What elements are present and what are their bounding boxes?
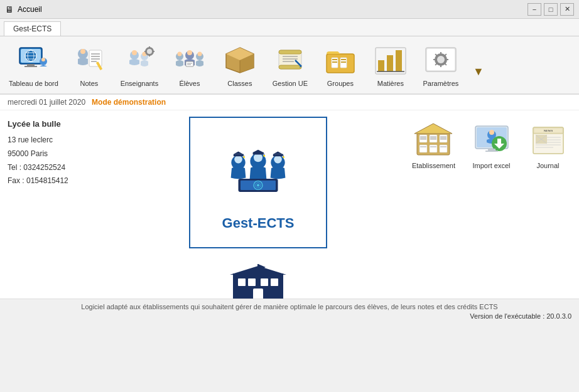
footer-description: Logiciel adapté aux établissements qui s…: [8, 303, 571, 310]
toolbar: Tableau de bord Notes: [0, 36, 579, 95]
toolbar-expand-arrow[interactable]: ▼: [469, 65, 488, 90]
etablissement-icon-item[interactable]: Etablissement: [409, 117, 458, 172]
enseignants-label: Enseignants: [121, 80, 159, 87]
right-panel: Etablissement: [396, 117, 571, 317]
toolbar-notes[interactable]: Notes: [67, 40, 111, 90]
svg-rect-53: [332, 59, 337, 60]
import-excel-icon-item[interactable]: Import excel: [468, 117, 515, 172]
classes-icon: [222, 43, 257, 78]
title-bar-text: Accueil: [18, 5, 42, 14]
svg-point-30: [177, 52, 181, 56]
svg-rect-101: [238, 278, 246, 286]
groupes-label: Groupes: [327, 80, 354, 87]
logo-title: Gest-ECTS: [222, 215, 295, 231]
svg-rect-108: [430, 135, 437, 142]
toolbar-classes[interactable]: Classes: [218, 40, 262, 90]
svg-point-34: [197, 52, 202, 56]
toolbar-eleves[interactable]: Élèves: [168, 40, 212, 90]
logo-box: Gest-ECTS: [189, 117, 327, 248]
tab-gest-ects[interactable]: Gest-ECTS: [4, 21, 61, 36]
etablissement-icon: [413, 120, 453, 160]
app-icon: 🖥: [5, 4, 14, 14]
demo-mode-text: Mode démonstration: [92, 98, 166, 107]
svg-point-32: [187, 50, 192, 55]
classes-label: Classes: [227, 80, 252, 87]
svg-rect-68: [433, 59, 436, 60]
toolbar-parametres[interactable]: Paramètres: [419, 40, 463, 90]
svg-rect-119: [419, 145, 427, 152]
school-info: Lycée la bulle 13 rue leclerc 95000 Pari…: [8, 117, 121, 188]
matieres-label: Matières: [377, 80, 404, 87]
svg-rect-3: [24, 66, 37, 67]
journal-icon-item[interactable]: NEWS Journal: [524, 117, 571, 172]
svg-rect-59: [396, 50, 402, 72]
svg-marker-83: [253, 150, 264, 152]
school-tel: Tel : 0324252524: [8, 161, 121, 175]
svg-point-96: [257, 184, 259, 186]
svg-point-87: [274, 156, 282, 164]
parametres-label: Paramètres: [423, 80, 458, 87]
tableau-de-bord-icon: [16, 43, 51, 78]
toolbar-gestion-ue[interactable]: Gestion UE: [268, 40, 312, 90]
school-fax: Fax : 0154815412: [8, 174, 121, 188]
eleves-icon: [172, 43, 207, 78]
svg-rect-82: [253, 152, 264, 155]
svg-rect-102: [248, 278, 256, 286]
svg-point-85: [263, 155, 265, 157]
etablissement-label: Etablissement: [412, 162, 455, 169]
svg-rect-109: [440, 135, 447, 142]
svg-line-84: [263, 152, 264, 156]
svg-rect-13: [89, 50, 102, 66]
import-excel-label: Import excel: [473, 162, 511, 169]
groupes-icon: [323, 43, 358, 78]
svg-rect-55: [341, 59, 346, 60]
toolbar-enseignants[interactable]: Enseignants: [117, 40, 161, 90]
eleves-label: Élèves: [179, 80, 200, 87]
svg-point-24: [147, 49, 152, 54]
svg-rect-134: [485, 151, 498, 152]
svg-point-20: [132, 50, 137, 55]
toolbar-groupes[interactable]: Groupes: [318, 40, 362, 90]
svg-rect-132: [497, 139, 501, 145]
svg-rect-67: [440, 64, 441, 67]
notes-icon: [72, 43, 107, 78]
svg-rect-76: [234, 154, 243, 157]
close-button[interactable]: ✕: [560, 3, 574, 16]
svg-point-75: [234, 156, 242, 164]
svg-rect-57: [378, 60, 384, 72]
date-text: mercredi 01 juillet 2020: [8, 98, 85, 107]
maximize-button[interactable]: □: [544, 3, 558, 16]
window-controls: − □ ✕: [528, 3, 574, 16]
svg-rect-66: [440, 52, 441, 55]
school-name: Lycée la bulle: [8, 117, 121, 131]
svg-point-12: [80, 49, 85, 54]
title-bar: 🖥 Accueil − □ ✕: [0, 0, 579, 19]
gestion-ue-icon: [273, 43, 308, 78]
svg-rect-104: [271, 278, 278, 286]
journal-label: Journal: [536, 162, 559, 169]
date-bar: mercredi 01 juillet 2020 Mode démonstrat…: [0, 95, 579, 110]
toolbar-tableau-de-bord[interactable]: Tableau de bord: [6, 40, 61, 90]
svg-rect-27: [144, 51, 147, 52]
tab-bar: Gest-ECTS: [0, 19, 579, 36]
svg-marker-89: [273, 152, 283, 154]
svg-rect-26: [149, 54, 150, 56]
import-excel-icon: [472, 120, 512, 160]
svg-rect-121: [440, 145, 447, 152]
school-info-panel: Lycée la bulle 13 rue leclerc 95000 Pari…: [8, 117, 121, 317]
svg-rect-54: [332, 61, 337, 63]
svg-point-91: [283, 156, 284, 158]
svg-rect-88: [273, 154, 283, 157]
svg-rect-25: [149, 46, 150, 49]
footer-version: Version de l'exécutable : 20.0.3.0: [8, 312, 571, 320]
svg-rect-43: [279, 50, 301, 54]
svg-rect-44: [279, 65, 301, 69]
right-icons-group: Etablissement: [396, 117, 571, 172]
toolbar-matieres[interactable]: Matières: [369, 40, 413, 90]
students-illustration: [214, 134, 302, 209]
parametres-icon: [423, 43, 458, 78]
gestion-ue-label: Gestion UE: [273, 80, 308, 87]
svg-rect-120: [430, 145, 437, 152]
minimize-button[interactable]: −: [528, 3, 541, 16]
notes-label: Notes: [80, 80, 99, 87]
